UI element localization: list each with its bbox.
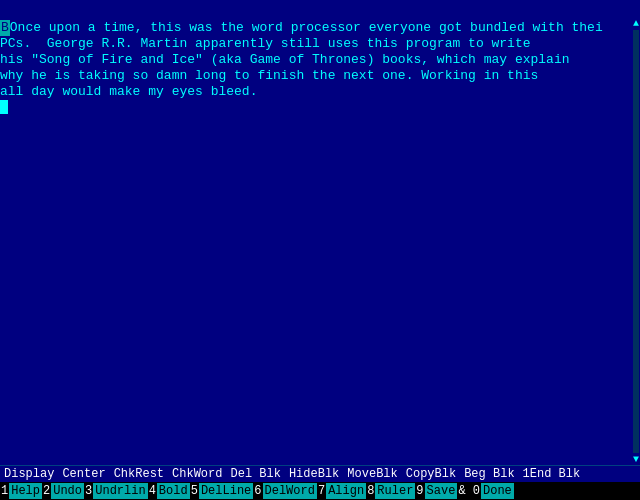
function-key-item[interactable]: 1Help — [0, 483, 42, 499]
app: BOnce upon a time, this was the word pro… — [0, 0, 640, 500]
function-key-number: 8 — [366, 484, 375, 498]
function-key-item[interactable]: 9Save — [415, 483, 457, 499]
menu-item[interactable]: CopyBlk — [406, 467, 456, 481]
function-key-item[interactable]: 2Undo — [42, 483, 84, 499]
function-key-label[interactable]: DelWord — [263, 483, 317, 499]
text-line: all day would make my eyes bleed. — [0, 84, 640, 100]
status-bar — [0, 0, 640, 18]
function-key-number: 1 — [0, 484, 9, 498]
status-center — [578, 2, 636, 17]
line-text: PCs. George R.R. Martin apparently still… — [0, 36, 531, 52]
function-key-item[interactable]: 3Undrlin — [84, 483, 148, 499]
function-key-label[interactable]: Help — [9, 483, 42, 499]
function-key-number: 4 — [148, 484, 157, 498]
function-key-label[interactable]: Bold — [157, 483, 190, 499]
function-key-label[interactable]: Save — [425, 483, 458, 499]
menu-item[interactable]: HideBlk — [289, 467, 339, 481]
function-key-number: & 0 — [457, 484, 481, 498]
scroll-up-arrow[interactable]: ▲ — [633, 18, 639, 29]
function-key-label[interactable]: Ruler — [375, 483, 415, 499]
menu-item[interactable]: ChkRest — [114, 467, 164, 481]
bottom-area: DisplayCenterChkRestChkWordDel BlkHideBl… — [0, 465, 640, 500]
editor-area[interactable]: BOnce upon a time, this was the word pro… — [0, 18, 640, 465]
function-key-number: 2 — [42, 484, 51, 498]
menu-item[interactable]: Center — [62, 467, 105, 481]
menu-item[interactable]: MoveBlk — [347, 467, 397, 481]
function-key-item[interactable]: 7Align — [317, 483, 366, 499]
line-text: why he is taking so damn long to finish … — [0, 68, 538, 84]
function-key-number: 5 — [190, 484, 199, 498]
function-key-label[interactable]: Align — [326, 483, 366, 499]
function-key-label[interactable]: Undrlin — [93, 483, 147, 499]
block-marker: B — [0, 20, 10, 36]
function-key-number: 7 — [317, 484, 326, 498]
function-key-number: 3 — [84, 484, 93, 498]
text-line: PCs. George R.R. Martin apparently still… — [0, 36, 640, 52]
menu-item[interactable]: Display — [4, 467, 54, 481]
menu-item[interactable]: Del Blk — [230, 467, 280, 481]
function-key-label[interactable]: Undo — [51, 483, 84, 499]
function-key-item[interactable]: 4Bold — [148, 483, 190, 499]
function-key-item[interactable]: 5DelLine — [190, 483, 254, 499]
function-key-item[interactable]: 8Ruler — [366, 483, 415, 499]
line-text: all day would make my eyes bleed. — [0, 84, 257, 100]
text-cursor — [0, 100, 8, 114]
menu-item[interactable]: 1End Blk — [523, 467, 581, 481]
line-text: his "Song of Fire and Ice" (aka Game of … — [0, 52, 570, 68]
function-key-label[interactable]: DelLine — [199, 483, 253, 499]
text-line: BOnce upon a time, this was the word pro… — [0, 20, 640, 36]
function-bar: 1Help2Undo3Undrlin4Bold5DelLine6DelWord7… — [0, 482, 640, 500]
function-key-number: 6 — [253, 484, 262, 498]
function-key-label[interactable]: Done — [481, 483, 514, 499]
menu-bar: DisplayCenterChkRestChkWordDel BlkHideBl… — [0, 465, 640, 482]
scroll-track[interactable] — [633, 30, 639, 453]
function-key-item[interactable]: & 0Done — [457, 483, 513, 499]
text-line: why he is taking so damn long to finish … — [0, 68, 640, 84]
text-line: his "Song of Fire and Ice" (aka Game of … — [0, 52, 640, 68]
text-lines: BOnce upon a time, this was the word pro… — [0, 20, 640, 100]
menu-item[interactable]: ChkWord — [172, 467, 222, 481]
cursor-line — [0, 100, 640, 116]
function-key-item[interactable]: 6DelWord — [253, 483, 317, 499]
scroll-down-arrow[interactable]: ▼ — [633, 454, 639, 465]
scrollbar[interactable]: ▲ ▼ — [632, 18, 640, 465]
function-key-number: 9 — [415, 484, 424, 498]
line-text: Once upon a time, this was the word proc… — [10, 20, 603, 36]
menu-item[interactable]: Beg Blk — [464, 467, 514, 481]
